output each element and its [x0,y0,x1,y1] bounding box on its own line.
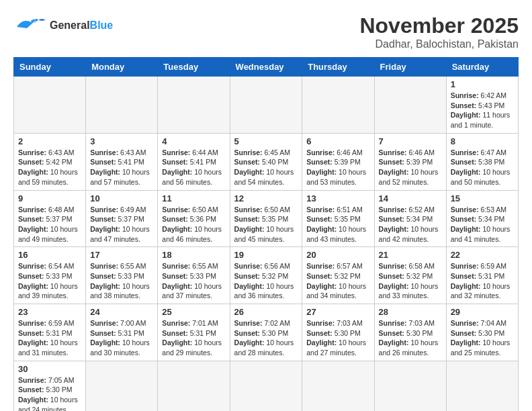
logo-blue-text: Blue [90,19,114,31]
day-info: Sunrise: 6:53 AMSunset: 5:34 PMDaylight:… [451,205,514,244]
day-number: 2 [18,136,81,146]
calendar-week-row: 2Sunrise: 6:43 AMSunset: 5:42 PMDaylight… [14,133,519,190]
calendar-cell: 10Sunrise: 6:49 AMSunset: 5:37 PMDayligh… [86,190,158,247]
day-number: 17 [90,250,153,260]
calendar-header-friday: Friday [374,58,446,77]
calendar-cell [14,77,86,134]
day-info: Sunrise: 7:03 AMSunset: 5:30 PMDaylight:… [379,318,442,358]
day-number: 12 [234,193,298,203]
calendar-header-saturday: Saturday [446,58,518,77]
calendar-header-thursday: Thursday [302,58,374,77]
day-info: Sunrise: 6:55 AMSunset: 5:33 PMDaylight:… [90,261,153,301]
day-number: 25 [162,307,225,317]
calendar-cell: 9Sunrise: 6:48 AMSunset: 5:37 PMDaylight… [14,190,86,247]
calendar-header-sunday: Sunday [14,58,86,77]
calendar-cell: 18Sunrise: 6:55 AMSunset: 5:33 PMDayligh… [158,247,230,304]
day-number: 8 [451,136,514,146]
day-info: Sunrise: 6:55 AMSunset: 5:33 PMDaylight:… [162,261,225,301]
day-number: 3 [90,136,153,146]
calendar-cell [230,361,302,411]
day-info: Sunrise: 6:43 AMSunset: 5:42 PMDaylight:… [18,148,81,187]
day-number: 20 [306,250,369,260]
calendar-table: SundayMondayTuesdayWednesdayThursdayFrid… [13,57,519,411]
logo-general-text: General [50,19,90,31]
day-info: Sunrise: 7:03 AMSunset: 5:30 PMDaylight:… [306,318,369,358]
day-info: Sunrise: 6:54 AMSunset: 5:33 PMDaylight:… [18,261,81,301]
calendar-cell [302,77,374,134]
day-number: 5 [234,136,298,146]
day-number: 22 [451,250,514,260]
day-number: 13 [306,193,369,203]
day-number: 4 [162,136,225,146]
day-info: Sunrise: 6:47 AMSunset: 5:38 PMDaylight:… [451,148,514,187]
calendar-week-row: 9Sunrise: 6:48 AMSunset: 5:37 PMDaylight… [14,190,519,247]
day-number: 14 [379,193,442,203]
calendar-cell: 5Sunrise: 6:45 AMSunset: 5:40 PMDaylight… [230,133,302,190]
calendar-cell: 29Sunrise: 7:04 AMSunset: 5:30 PMDayligh… [446,304,518,361]
calendar-cell: 30Sunrise: 7:05 AMSunset: 5:30 PMDayligh… [14,361,86,411]
page-header: GeneralBlue November 2025 Dadhar, Baloch… [13,13,519,50]
day-info: Sunrise: 6:44 AMSunset: 5:41 PMDaylight:… [162,148,225,187]
day-info: Sunrise: 6:52 AMSunset: 5:34 PMDaylight:… [379,205,442,244]
calendar-cell: 28Sunrise: 7:03 AMSunset: 5:30 PMDayligh… [374,304,446,361]
calendar-cell [158,77,230,134]
calendar-cell: 14Sunrise: 6:52 AMSunset: 5:34 PMDayligh… [374,190,446,247]
day-info: Sunrise: 6:50 AMSunset: 5:36 PMDaylight:… [162,205,225,244]
day-number: 27 [306,307,369,317]
calendar-cell: 4Sunrise: 6:44 AMSunset: 5:41 PMDaylight… [158,133,230,190]
title-section: November 2025 Dadhar, Balochistan, Pakis… [359,13,519,50]
day-info: Sunrise: 6:49 AMSunset: 5:37 PMDaylight:… [90,205,153,244]
day-number: 21 [379,250,442,260]
calendar-cell [302,361,374,411]
day-number: 23 [18,307,81,317]
calendar-cell: 25Sunrise: 7:01 AMSunset: 5:31 PMDayligh… [158,304,230,361]
day-info: Sunrise: 6:59 AMSunset: 5:31 PMDaylight:… [18,318,81,358]
calendar-cell: 22Sunrise: 6:59 AMSunset: 5:31 PMDayligh… [446,247,518,304]
calendar-cell: 23Sunrise: 6:59 AMSunset: 5:31 PMDayligh… [14,304,86,361]
day-number: 30 [18,364,81,374]
day-info: Sunrise: 6:43 AMSunset: 5:41 PMDaylight:… [90,148,153,187]
calendar-cell: 19Sunrise: 6:56 AMSunset: 5:32 PMDayligh… [230,247,302,304]
calendar-cell: 13Sunrise: 6:51 AMSunset: 5:35 PMDayligh… [302,190,374,247]
logo-icon [13,13,47,37]
calendar-cell: 21Sunrise: 6:58 AMSunset: 5:32 PMDayligh… [374,247,446,304]
day-number: 24 [90,307,153,317]
day-info: Sunrise: 6:51 AMSunset: 5:35 PMDaylight:… [306,205,369,244]
calendar-cell: 2Sunrise: 6:43 AMSunset: 5:42 PMDaylight… [14,133,86,190]
day-number: 15 [451,193,514,203]
calendar-cell: 24Sunrise: 7:00 AMSunset: 5:31 PMDayligh… [86,304,158,361]
calendar-header-monday: Monday [86,58,158,77]
calendar-cell: 20Sunrise: 6:57 AMSunset: 5:32 PMDayligh… [302,247,374,304]
calendar-cell: 1Sunrise: 6:42 AMSunset: 5:43 PMDaylight… [446,77,518,134]
calendar-week-row: 1Sunrise: 6:42 AMSunset: 5:43 PMDaylight… [14,77,519,134]
calendar-header-row: SundayMondayTuesdayWednesdayThursdayFrid… [14,58,519,77]
day-number: 16 [18,250,81,260]
calendar-cell: 6Sunrise: 6:46 AMSunset: 5:39 PMDaylight… [302,133,374,190]
calendar-cell [374,77,446,134]
logo: GeneralBlue [13,13,113,37]
calendar-cell: 26Sunrise: 7:02 AMSunset: 5:30 PMDayligh… [230,304,302,361]
day-number: 6 [306,136,369,146]
calendar-cell [374,361,446,411]
calendar-week-row: 16Sunrise: 6:54 AMSunset: 5:33 PMDayligh… [14,247,519,304]
day-info: Sunrise: 7:02 AMSunset: 5:30 PMDaylight:… [234,318,298,358]
day-number: 9 [18,193,81,203]
calendar-cell [446,361,518,411]
day-info: Sunrise: 6:46 AMSunset: 5:39 PMDaylight:… [379,148,442,187]
calendar-header-wednesday: Wednesday [230,58,302,77]
calendar-cell: 16Sunrise: 6:54 AMSunset: 5:33 PMDayligh… [14,247,86,304]
day-number: 18 [162,250,225,260]
calendar-cell: 3Sunrise: 6:43 AMSunset: 5:41 PMDaylight… [86,133,158,190]
day-info: Sunrise: 6:45 AMSunset: 5:40 PMDaylight:… [234,148,298,187]
location-title: Dadhar, Balochistan, Pakistan [359,38,519,50]
calendar-cell [86,361,158,411]
calendar-cell: 7Sunrise: 6:46 AMSunset: 5:39 PMDaylight… [374,133,446,190]
day-info: Sunrise: 7:04 AMSunset: 5:30 PMDaylight:… [451,318,514,358]
calendar-cell: 17Sunrise: 6:55 AMSunset: 5:33 PMDayligh… [86,247,158,304]
calendar-cell: 12Sunrise: 6:50 AMSunset: 5:35 PMDayligh… [230,190,302,247]
day-number: 1 [451,79,514,89]
day-number: 29 [451,307,514,317]
day-number: 19 [234,250,298,260]
day-info: Sunrise: 7:00 AMSunset: 5:31 PMDaylight:… [90,318,153,358]
day-info: Sunrise: 6:42 AMSunset: 5:43 PMDaylight:… [451,91,514,130]
